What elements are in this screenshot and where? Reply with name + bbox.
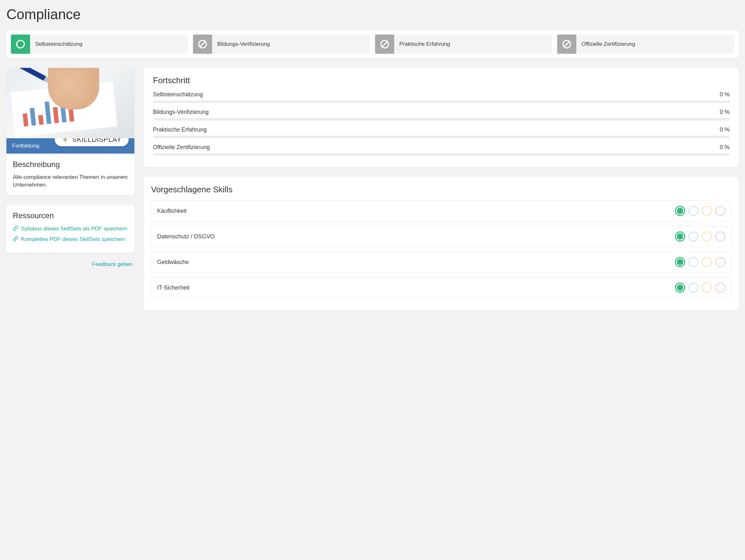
badge-education-icon[interactable] — [688, 206, 699, 216]
verification-type-label: Selbsteinschätzung — [30, 41, 87, 47]
progress-bar — [153, 153, 730, 156]
badge-certification-icon[interactable] — [715, 231, 725, 241]
skill-row-2[interactable]: Geldwäsche — [151, 252, 732, 273]
progress-bar — [153, 118, 730, 121]
verification-type-0[interactable]: Selbsteinschätzung — [11, 35, 188, 54]
suggested-skills-heading: Vorgeschlagene Skills — [151, 185, 732, 195]
progress-row-0: Selbsteinschätzung0 % — [153, 91, 730, 103]
verification-type-3[interactable]: Offizielle Zertifizierung — [557, 35, 734, 54]
progress-value: 0 % — [720, 91, 730, 98]
badge-certification-icon[interactable] — [715, 206, 725, 216]
skill-row-0[interactable]: Käuflichkeit — [151, 200, 732, 222]
description-heading: Beschreibung — [13, 160, 128, 169]
progress-card: Fortschritt Selbsteinschätzung0 %Bildung… — [144, 68, 739, 167]
skill-badges — [675, 257, 725, 267]
resource-link-0[interactable]: Syllabus dieses SkillSets als PDF speich… — [13, 225, 128, 233]
skill-badges — [675, 231, 725, 241]
verification-type-bar: SelbsteinschätzungBildungs-Verifizierung… — [6, 30, 739, 58]
progress-value: 0 % — [720, 126, 730, 133]
badge-certification-icon[interactable] — [715, 283, 725, 293]
progress-value: 0 % — [720, 109, 730, 116]
badge-self-assessment-icon[interactable] — [675, 206, 685, 216]
progress-bar — [153, 136, 730, 138]
badge-business-icon[interactable] — [702, 283, 712, 293]
badge-self-assessment-icon[interactable] — [675, 257, 685, 267]
skillset-hero-card: Fortbildung SKiLLDiSPLAY Beschreibung Al… — [6, 68, 134, 195]
skillset-category-label: Fortbildung — [12, 143, 39, 149]
disabled-icon — [375, 35, 394, 54]
self-assessment-icon — [11, 35, 30, 54]
badge-business-icon[interactable] — [702, 257, 712, 267]
progress-label: Bildungs-Verifizierung — [153, 109, 209, 116]
resource-link-label: Syllabus dieses SkillSets als PDF speich… — [21, 226, 127, 232]
feedback-link[interactable]: Feedback geben — [92, 261, 132, 267]
svg-line-4 — [382, 42, 388, 47]
verification-type-label: Bildungs-Verifizierung — [212, 41, 275, 47]
progress-label: Selbsteinschätzung — [153, 91, 203, 98]
disabled-icon — [193, 35, 212, 54]
skill-badges — [675, 206, 725, 216]
badge-self-assessment-icon[interactable] — [675, 283, 685, 293]
badge-education-icon[interactable] — [688, 257, 699, 267]
disabled-icon — [557, 35, 576, 54]
skill-name: IT-Sicherheit — [157, 285, 190, 291]
verification-type-2[interactable]: Praktische Erfahrung — [375, 35, 552, 54]
verification-type-label: Offizielle Zertifizierung — [576, 41, 640, 47]
progress-label: Praktische Erfahrung — [153, 126, 207, 133]
progress-row-2: Praktische Erfahrung0 % — [153, 126, 730, 138]
progress-value: 0 % — [720, 144, 730, 151]
badge-education-icon[interactable] — [688, 283, 699, 293]
progress-bar — [153, 100, 730, 103]
progress-label: Offizielle Zertifizierung — [153, 144, 210, 151]
resource-link-label: Komplettes PDF dieses SkillSets speicher… — [21, 236, 125, 242]
progress-row-3: Offizielle Zertifizierung0 % — [153, 144, 730, 156]
badge-business-icon[interactable] — [702, 206, 712, 216]
page-title: Compliance — [6, 6, 739, 23]
progress-row-1: Bildungs-Verifizierung0 % — [153, 109, 730, 121]
badge-education-icon[interactable] — [688, 231, 699, 241]
verification-type-1[interactable]: Bildungs-Verifizierung — [193, 35, 370, 54]
skill-row-3[interactable]: IT-Sicherheit — [151, 277, 732, 298]
skillset-hero-image — [6, 68, 134, 138]
verification-type-label: Praktische Erfahrung — [394, 41, 455, 47]
badge-self-assessment-icon[interactable] — [675, 231, 685, 241]
description-text: Alle compliance relevanten Themen in uns… — [13, 173, 128, 189]
suggested-skills-card: Vorgeschlagene Skills KäuflichkeitDatens… — [144, 177, 739, 310]
skill-row-1[interactable]: Datenschutz / DSGVO — [151, 226, 732, 247]
skill-badges — [675, 283, 725, 293]
link-icon — [13, 236, 19, 243]
resource-link-1[interactable]: Komplettes PDF dieses SkillSets speicher… — [13, 236, 128, 243]
svg-line-6 — [564, 42, 570, 47]
resources-heading: Ressourcen — [13, 211, 128, 220]
skill-name: Datenschutz / DSGVO — [157, 233, 215, 240]
link-icon — [13, 225, 19, 233]
progress-heading: Fortschritt — [153, 75, 730, 86]
svg-line-2 — [200, 42, 205, 47]
svg-point-0 — [17, 40, 24, 48]
resources-card: Ressourcen Syllabus dieses SkillSets als… — [6, 205, 134, 253]
badge-certification-icon[interactable] — [715, 257, 725, 267]
badge-business-icon[interactable] — [702, 231, 712, 241]
skill-name: Geldwäsche — [157, 259, 189, 266]
skill-name: Käuflichkeit — [157, 208, 187, 215]
